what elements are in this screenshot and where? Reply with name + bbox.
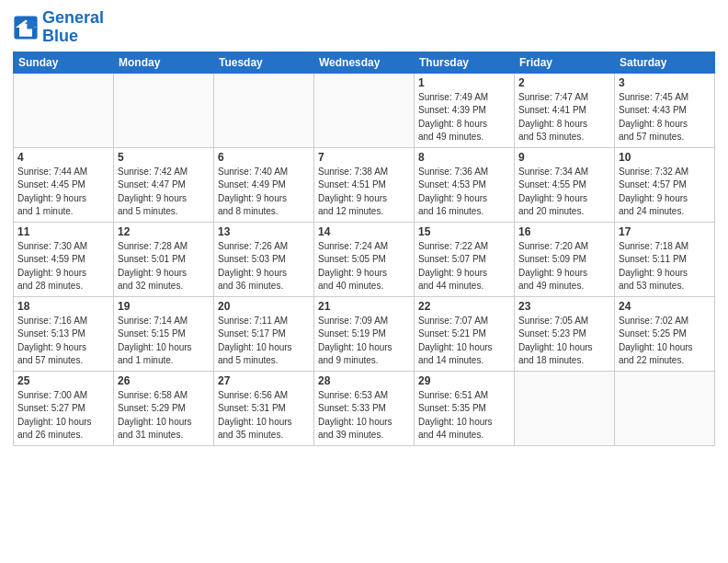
day-number: 2 (518, 76, 610, 89)
calendar-cell: 23Sunrise: 7:05 AM Sunset: 5:23 PM Dayli… (515, 296, 615, 371)
day-number: 14 (318, 225, 410, 238)
calendar-cell: 12Sunrise: 7:28 AM Sunset: 5:01 PM Dayli… (114, 222, 214, 296)
calendar-cell: 29Sunrise: 6:51 AM Sunset: 5:35 PM Dayli… (415, 371, 515, 445)
weekday-header: Friday (515, 52, 615, 73)
day-info: Sunrise: 7:20 AM Sunset: 5:09 PM Dayligh… (518, 240, 610, 293)
calendar-cell: 10Sunrise: 7:32 AM Sunset: 4:57 PM Dayli… (615, 147, 715, 222)
weekday-header: Monday (114, 52, 214, 73)
header: GeneralBlue (13, 9, 715, 46)
calendar-week-row: 25Sunrise: 7:00 AM Sunset: 5:27 PM Dayli… (14, 371, 715, 445)
day-number: 18 (17, 300, 109, 313)
day-number: 22 (418, 300, 510, 313)
weekday-header: Wednesday (314, 52, 415, 73)
day-info: Sunrise: 7:36 AM Sunset: 4:53 PM Dayligh… (418, 166, 510, 219)
calendar-week-row: 11Sunrise: 7:30 AM Sunset: 4:59 PM Dayli… (14, 222, 715, 296)
calendar-cell: 17Sunrise: 7:18 AM Sunset: 5:11 PM Dayli… (615, 222, 715, 296)
calendar-week-row: 1Sunrise: 7:49 AM Sunset: 4:39 PM Daylig… (14, 73, 715, 147)
day-info: Sunrise: 7:28 AM Sunset: 5:01 PM Dayligh… (118, 240, 210, 293)
day-info: Sunrise: 7:00 AM Sunset: 5:27 PM Dayligh… (17, 389, 109, 442)
day-info: Sunrise: 7:09 AM Sunset: 5:19 PM Dayligh… (318, 315, 410, 368)
calendar-cell: 1Sunrise: 7:49 AM Sunset: 4:39 PM Daylig… (415, 73, 515, 147)
calendar-cell: 20Sunrise: 7:11 AM Sunset: 5:17 PM Dayli… (214, 296, 314, 371)
day-info: Sunrise: 7:18 AM Sunset: 5:11 PM Dayligh… (619, 240, 711, 293)
calendar-cell (214, 73, 314, 147)
calendar-cell (515, 371, 615, 445)
day-info: Sunrise: 7:49 AM Sunset: 4:39 PM Dayligh… (418, 91, 510, 144)
day-number: 17 (619, 225, 711, 238)
day-info: Sunrise: 6:53 AM Sunset: 5:33 PM Dayligh… (318, 389, 410, 442)
calendar-cell: 22Sunrise: 7:07 AM Sunset: 5:21 PM Dayli… (415, 296, 515, 371)
calendar-cell: 13Sunrise: 7:26 AM Sunset: 5:03 PM Dayli… (214, 222, 314, 296)
calendar-cell: 6Sunrise: 7:40 AM Sunset: 4:49 PM Daylig… (214, 147, 314, 222)
day-number: 1 (418, 76, 510, 89)
day-info: Sunrise: 7:26 AM Sunset: 5:03 PM Dayligh… (218, 240, 310, 293)
calendar-cell: 5Sunrise: 7:42 AM Sunset: 4:47 PM Daylig… (114, 147, 214, 222)
calendar-cell: 7Sunrise: 7:38 AM Sunset: 4:51 PM Daylig… (314, 147, 415, 222)
weekday-header: Sunday (14, 52, 114, 73)
calendar-cell: 21Sunrise: 7:09 AM Sunset: 5:19 PM Dayli… (314, 296, 415, 371)
logo-line2: Blue (42, 28, 104, 46)
day-info: Sunrise: 6:58 AM Sunset: 5:29 PM Dayligh… (118, 389, 210, 442)
calendar-cell: 26Sunrise: 6:58 AM Sunset: 5:29 PM Dayli… (114, 371, 214, 445)
weekday-header: Tuesday (214, 52, 314, 73)
logo: GeneralBlue (13, 9, 104, 46)
day-number: 29 (418, 374, 510, 387)
logo-icon (13, 15, 39, 40)
day-number: 25 (17, 374, 109, 387)
day-info: Sunrise: 6:56 AM Sunset: 5:31 PM Dayligh… (218, 389, 310, 442)
calendar-cell: 14Sunrise: 7:24 AM Sunset: 5:05 PM Dayli… (314, 222, 415, 296)
day-info: Sunrise: 7:16 AM Sunset: 5:13 PM Dayligh… (17, 315, 109, 368)
day-number: 20 (218, 300, 310, 313)
day-number: 8 (418, 151, 510, 164)
day-info: Sunrise: 7:24 AM Sunset: 5:05 PM Dayligh… (318, 240, 410, 293)
calendar-cell (314, 73, 415, 147)
day-number: 21 (318, 300, 410, 313)
calendar-cell: 24Sunrise: 7:02 AM Sunset: 5:25 PM Dayli… (615, 296, 715, 371)
calendar-cell (14, 73, 114, 147)
day-info: Sunrise: 7:40 AM Sunset: 4:49 PM Dayligh… (218, 166, 310, 219)
calendar-cell: 28Sunrise: 6:53 AM Sunset: 5:33 PM Dayli… (314, 371, 415, 445)
calendar-cell: 3Sunrise: 7:45 AM Sunset: 4:43 PM Daylig… (615, 73, 715, 147)
logo-line1: General (42, 9, 104, 28)
day-number: 15 (418, 225, 510, 238)
day-info: Sunrise: 7:05 AM Sunset: 5:23 PM Dayligh… (518, 315, 610, 368)
day-number: 5 (118, 151, 210, 164)
weekday-header: Saturday (615, 52, 715, 73)
day-number: 23 (518, 300, 610, 313)
day-number: 16 (518, 225, 610, 238)
day-info: Sunrise: 7:30 AM Sunset: 4:59 PM Dayligh… (17, 240, 109, 293)
calendar: SundayMondayTuesdayWednesdayThursdayFrid… (13, 52, 715, 446)
calendar-cell (615, 371, 715, 445)
day-info: Sunrise: 7:34 AM Sunset: 4:55 PM Dayligh… (518, 166, 610, 219)
day-number: 19 (118, 300, 210, 313)
day-info: Sunrise: 7:47 AM Sunset: 4:41 PM Dayligh… (518, 91, 610, 144)
day-info: Sunrise: 7:38 AM Sunset: 4:51 PM Dayligh… (318, 166, 410, 219)
weekday-header: Thursday (415, 52, 515, 73)
day-number: 10 (619, 151, 711, 164)
day-info: Sunrise: 7:22 AM Sunset: 5:07 PM Dayligh… (418, 240, 510, 293)
calendar-cell: 25Sunrise: 7:00 AM Sunset: 5:27 PM Dayli… (14, 371, 114, 445)
day-number: 28 (318, 374, 410, 387)
calendar-cell: 15Sunrise: 7:22 AM Sunset: 5:07 PM Dayli… (415, 222, 515, 296)
day-info: Sunrise: 7:42 AM Sunset: 4:47 PM Dayligh… (118, 166, 210, 219)
calendar-cell: 27Sunrise: 6:56 AM Sunset: 5:31 PM Dayli… (214, 371, 314, 445)
day-number: 12 (118, 225, 210, 238)
day-number: 3 (619, 76, 711, 89)
page: GeneralBlue SundayMondayTuesdayWednesday… (0, 0, 728, 563)
day-number: 6 (218, 151, 310, 164)
day-number: 13 (218, 225, 310, 238)
calendar-cell: 18Sunrise: 7:16 AM Sunset: 5:13 PM Dayli… (14, 296, 114, 371)
day-info: Sunrise: 7:14 AM Sunset: 5:15 PM Dayligh… (118, 315, 210, 368)
day-number: 11 (17, 225, 109, 238)
day-info: Sunrise: 7:02 AM Sunset: 5:25 PM Dayligh… (619, 315, 711, 368)
day-info: Sunrise: 6:51 AM Sunset: 5:35 PM Dayligh… (418, 389, 510, 442)
day-number: 7 (318, 151, 410, 164)
calendar-week-row: 18Sunrise: 7:16 AM Sunset: 5:13 PM Dayli… (14, 296, 715, 371)
day-number: 26 (118, 374, 210, 387)
day-info: Sunrise: 7:07 AM Sunset: 5:21 PM Dayligh… (418, 315, 510, 368)
day-number: 24 (619, 300, 711, 313)
day-info: Sunrise: 7:32 AM Sunset: 4:57 PM Dayligh… (619, 166, 711, 219)
calendar-cell: 2Sunrise: 7:47 AM Sunset: 4:41 PM Daylig… (515, 73, 615, 147)
calendar-cell: 4Sunrise: 7:44 AM Sunset: 4:45 PM Daylig… (14, 147, 114, 222)
day-info: Sunrise: 7:44 AM Sunset: 4:45 PM Dayligh… (17, 166, 109, 219)
